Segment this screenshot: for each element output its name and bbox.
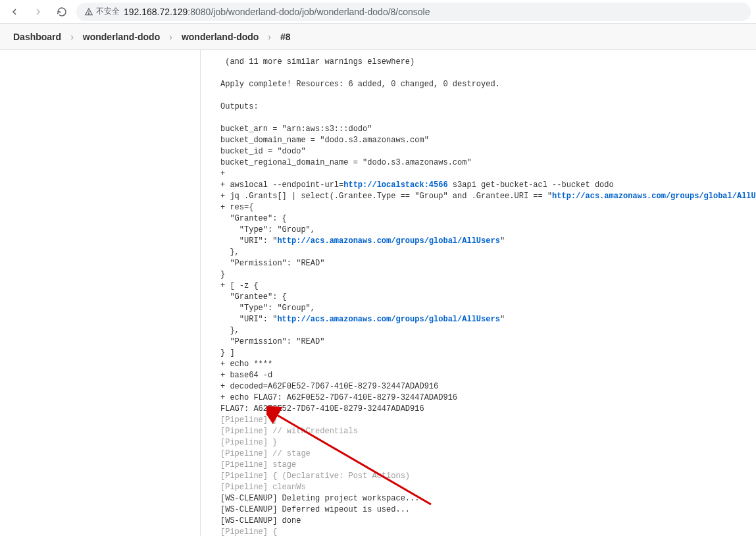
insecure-badge: 不安全 xyxy=(84,6,120,17)
console-text: (and 11 more similar warnings elsewhere)… xyxy=(220,57,756,536)
url-text: 192.168.72.129:8080/job/wonderland-dodo/… xyxy=(124,7,430,17)
link-allusers[interactable]: http://acs.amazonaws.com/groups/global/A… xyxy=(552,192,756,201)
console-output: (and 11 more similar warnings elsewhere)… xyxy=(201,50,756,536)
link-localstack[interactable]: http://localstack:4566 xyxy=(343,180,447,190)
chevron-right-icon: › xyxy=(268,32,271,42)
reload-button[interactable] xyxy=(53,3,71,21)
address-bar[interactable]: 不安全 192.168.72.129:8080/job/wonderland-d… xyxy=(76,3,751,21)
sidebar xyxy=(0,50,201,536)
back-button[interactable] xyxy=(5,3,24,21)
browser-toolbar: 不安全 192.168.72.129:8080/job/wonderland-d… xyxy=(0,0,756,24)
breadcrumb: Dashboard › wonderland-dodo › wonderland… xyxy=(0,24,756,50)
link-allusers[interactable]: http://acs.amazonaws.com/groups/global/A… xyxy=(277,236,499,246)
breadcrumb-dashboard[interactable]: Dashboard xyxy=(13,32,61,42)
svg-point-1 xyxy=(89,13,89,14)
chevron-right-icon: › xyxy=(70,32,74,42)
insecure-label: 不安全 xyxy=(96,6,120,17)
breadcrumb-build[interactable]: #8 xyxy=(280,32,291,42)
forward-button[interactable] xyxy=(29,3,47,21)
breadcrumb-folder[interactable]: wonderland-dodo xyxy=(83,32,160,42)
chevron-right-icon: › xyxy=(169,32,172,42)
breadcrumb-job[interactable]: wonderland-dodo xyxy=(182,32,259,42)
link-allusers[interactable]: http://acs.amazonaws.com/groups/global/A… xyxy=(277,315,499,324)
content: (and 11 more similar warnings elsewhere)… xyxy=(0,50,756,536)
